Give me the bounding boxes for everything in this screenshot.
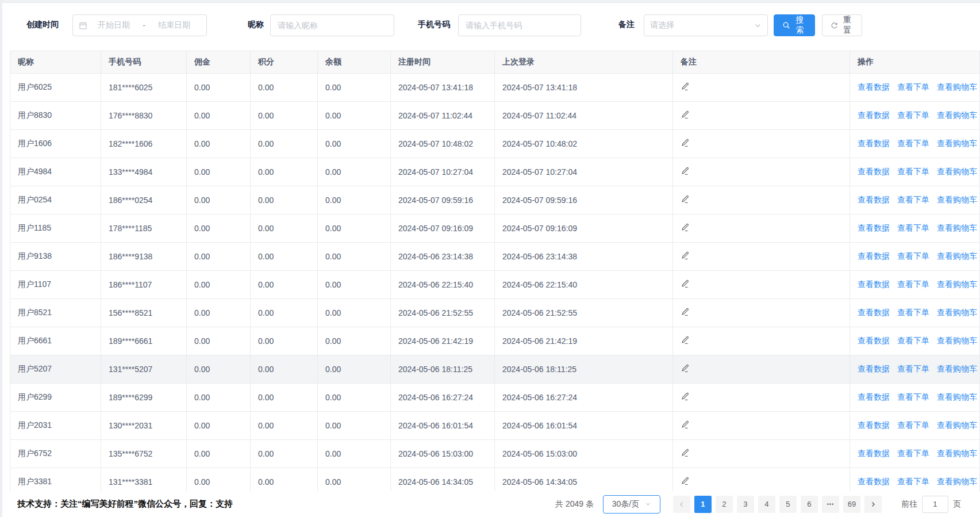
page-button-2[interactable]: 2 <box>716 496 733 513</box>
edit-remark-icon[interactable] <box>681 392 689 401</box>
edit-remark-icon[interactable] <box>681 223 689 232</box>
view-orders-link[interactable]: 查看下单 <box>897 167 929 176</box>
page-button-4[interactable]: 4 <box>758 496 775 513</box>
view-data-link[interactable]: 查看数据 <box>858 110 890 120</box>
view-orders-link[interactable]: 查看下单 <box>897 110 929 120</box>
edit-remark-icon[interactable] <box>681 82 689 91</box>
view-data-link[interactable]: 查看数据 <box>858 139 890 148</box>
view-cart-link[interactable]: 查看购物车 <box>937 392 977 401</box>
view-data-link[interactable]: 查看数据 <box>858 392 890 401</box>
view-cart-link[interactable]: 查看购物车 <box>937 139 977 148</box>
col-header-phone: 手机号码 <box>101 51 187 74</box>
view-data-link[interactable]: 查看数据 <box>858 336 890 345</box>
view-cart-link[interactable]: 查看购物车 <box>937 420 977 430</box>
edit-remark-icon[interactable] <box>681 336 689 344</box>
edit-remark-icon[interactable] <box>681 308 689 316</box>
actions-cell: 查看数据查看下单查看购物车 <box>850 215 980 243</box>
commission-cell: 0.00 <box>187 355 251 384</box>
view-orders-link[interactable]: 查看下单 <box>897 308 929 317</box>
view-orders-link[interactable]: 查看下单 <box>897 195 929 204</box>
page-button-1[interactable]: 1 <box>694 496 712 513</box>
view-data-link[interactable]: 查看数据 <box>858 364 890 373</box>
phone-cell: 176****8830 <box>101 102 187 130</box>
view-data-link[interactable]: 查看数据 <box>858 195 890 204</box>
view-data-link[interactable]: 查看数据 <box>858 477 890 486</box>
view-data-link[interactable]: 查看数据 <box>858 420 890 430</box>
edit-remark-icon[interactable] <box>681 251 689 260</box>
edit-remark-icon[interactable] <box>681 449 689 457</box>
view-cart-link[interactable]: 查看购物车 <box>937 110 977 120</box>
page-size-select[interactable]: 30条/页 <box>603 495 660 514</box>
actions-cell: 查看数据查看下单查看购物车 <box>850 384 980 412</box>
view-cart-link[interactable]: 查看购物车 <box>937 251 977 261</box>
points-cell: 0.00 <box>251 271 318 299</box>
calendar-icon <box>79 21 87 30</box>
last-login-cell: 2024-05-07 11:02:44 <box>495 102 673 130</box>
nickname-input[interactable] <box>270 14 394 36</box>
page-button-5[interactable]: 5 <box>779 496 797 513</box>
table-row: 用户8521156****85210.000.000.002024-05-06 … <box>10 299 980 327</box>
view-cart-link[interactable]: 查看购物车 <box>937 279 977 289</box>
register-time-cell: 2024-05-06 15:03:00 <box>391 440 495 468</box>
create-time-range-picker[interactable]: 开始日期 - 结束日期 <box>72 14 207 36</box>
view-orders-link[interactable]: 查看下单 <box>897 82 929 91</box>
page-button-3[interactable]: 3 <box>737 496 754 513</box>
search-button-label: 搜索 <box>793 15 806 36</box>
commission-cell: 0.00 <box>187 299 251 327</box>
view-orders-link[interactable]: 查看下单 <box>897 223 929 232</box>
edit-remark-icon[interactable] <box>681 279 689 288</box>
next-page-button[interactable] <box>864 496 882 513</box>
view-data-link[interactable]: 查看数据 <box>858 167 890 176</box>
edit-remark-icon[interactable] <box>681 364 689 373</box>
view-data-link[interactable]: 查看数据 <box>858 82 890 91</box>
view-orders-link[interactable]: 查看下单 <box>897 139 929 148</box>
view-orders-link[interactable]: 查看下单 <box>897 336 929 345</box>
view-data-link[interactable]: 查看数据 <box>858 223 890 232</box>
view-cart-link[interactable]: 查看购物车 <box>937 82 977 91</box>
search-button[interactable]: 搜索 <box>774 14 815 36</box>
edit-remark-icon[interactable] <box>681 420 689 429</box>
view-orders-link[interactable]: 查看下单 <box>897 279 929 289</box>
view-orders-link[interactable]: 查看下单 <box>897 251 929 261</box>
edit-remark-icon[interactable] <box>681 110 689 119</box>
phone-input[interactable] <box>458 14 581 36</box>
view-data-link[interactable]: 查看数据 <box>858 308 890 317</box>
reset-button[interactable]: 重置 <box>822 14 862 36</box>
prev-page-button[interactable] <box>673 496 690 513</box>
view-cart-link[interactable]: 查看购物车 <box>937 449 977 458</box>
view-data-link[interactable]: 查看数据 <box>858 251 890 261</box>
view-cart-link[interactable]: 查看购物车 <box>937 336 977 345</box>
phone-label: 手机号码 <box>418 20 450 30</box>
register-time-cell: 2024-05-07 13:41:18 <box>391 74 495 102</box>
view-orders-link[interactable]: 查看下单 <box>897 477 929 486</box>
edit-remark-icon[interactable] <box>681 195 689 204</box>
page-button-6[interactable]: 6 <box>801 496 818 513</box>
goto-page-input[interactable] <box>922 496 948 513</box>
balance-cell: 0.00 <box>318 158 391 186</box>
view-orders-link[interactable]: 查看下单 <box>897 392 929 401</box>
edit-remark-icon[interactable] <box>681 477 689 485</box>
edit-remark-icon[interactable] <box>681 139 689 147</box>
view-orders-link[interactable]: 查看下单 <box>897 449 929 458</box>
view-data-link[interactable]: 查看数据 <box>858 279 890 289</box>
edit-remark-icon[interactable] <box>681 167 689 175</box>
table-row: 用户6025181****60250.000.000.002024-05-07 … <box>10 74 980 102</box>
last-login-cell: 2024-05-06 16:27:24 <box>495 384 673 412</box>
actions-cell: 查看数据查看下单查看购物车 <box>850 271 980 299</box>
view-orders-link[interactable]: 查看下单 <box>897 420 929 430</box>
view-cart-link[interactable]: 查看购物车 <box>937 364 977 373</box>
nickname-cell: 用户8830 <box>10 102 101 130</box>
remark-select[interactable]: 请选择 <box>644 14 768 36</box>
view-orders-link[interactable]: 查看下单 <box>897 364 929 373</box>
more-pages-button[interactable]: ••• <box>822 496 839 513</box>
view-cart-link[interactable]: 查看购物车 <box>937 477 977 486</box>
balance-cell: 0.00 <box>318 74 391 102</box>
balance-cell: 0.00 <box>318 412 391 440</box>
view-cart-link[interactable]: 查看购物车 <box>937 223 977 232</box>
view-cart-link[interactable]: 查看购物车 <box>937 195 977 204</box>
view-cart-link[interactable]: 查看购物车 <box>937 308 977 317</box>
view-cart-link[interactable]: 查看购物车 <box>937 167 977 176</box>
view-data-link[interactable]: 查看数据 <box>858 449 890 458</box>
page-button-69[interactable]: 69 <box>843 496 860 513</box>
remark-cell <box>673 158 850 186</box>
